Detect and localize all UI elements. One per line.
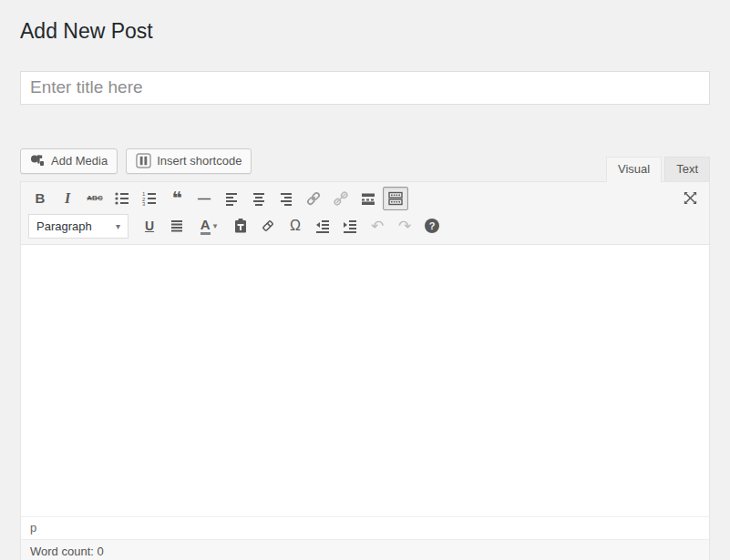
toolbar-row-2: Paragraph ▾ U A ▾ [26,212,704,240]
word-count-label: Word count: [30,545,94,558]
help-button[interactable]: ? [419,214,445,238]
redo-button[interactable]: ↷ [392,214,417,238]
bullet-list-button[interactable] [109,187,135,210]
special-character-button[interactable]: Ω [283,214,308,238]
tab-visual[interactable]: Visual [606,157,662,182]
undo-icon: ↶ [371,219,384,234]
outdent-icon [314,218,331,234]
indent-button[interactable] [337,214,363,238]
text-color-button[interactable]: A ▾ [191,214,226,238]
editor-container: B I ABC [20,181,710,560]
align-right-icon [278,190,294,207]
paragraph-format-dropdown[interactable]: Paragraph ▾ [28,214,129,239]
fullscreen-icon [683,190,698,206]
indent-icon [342,218,358,234]
chevron-down-icon: ▾ [116,221,120,231]
insert-link-button[interactable] [301,187,326,210]
align-justify-button[interactable] [164,214,190,238]
editor-top-bar: Add Media Insert shortcode Visual Text [20,148,710,181]
align-center-icon [251,190,267,207]
align-right-button[interactable] [273,187,299,210]
unlink-button[interactable] [328,187,354,210]
page-title: Add New Post [20,18,710,46]
toolbar-toggle-button[interactable] [383,187,408,210]
add-media-label: Add Media [51,154,108,168]
more-tag-icon [360,190,376,207]
redo-icon: ↷ [398,219,411,234]
editor-mode-tabs: Visual Text [606,157,710,181]
tab-text[interactable]: Text [664,157,710,181]
editor-toolbar: B I ABC [21,182,709,245]
align-left-button[interactable] [219,187,244,210]
editor-statusbar: p Word count: 0 [21,516,709,560]
media-buttons: Add Media Insert shortcode [20,148,252,181]
toolbar-toggle-icon [387,190,404,207]
editor-content-area[interactable] [21,245,709,516]
outdent-button[interactable] [310,214,335,238]
paste-as-text-icon [232,218,249,234]
clear-formatting-button[interactable] [255,214,281,238]
underline-button[interactable]: U [137,214,162,238]
chevron-down-icon: ▾ [213,221,218,230]
numbered-list-button[interactable]: 1 2 3 [137,187,162,210]
underline-icon: U [145,219,154,233]
word-count-value: 0 [97,545,103,558]
unlink-icon [333,190,349,207]
shortcode-icon [136,153,151,168]
horizontal-rule-button[interactable]: — [191,187,217,210]
toolbar-row-1: B I ABC [26,185,704,212]
element-path[interactable]: p [21,517,709,539]
add-new-post-page: Add New Post Add Media [0,0,730,560]
add-media-button[interactable]: Add Media [20,148,118,174]
link-icon [305,190,322,207]
undo-button[interactable]: ↶ [365,214,390,238]
align-left-icon [223,190,240,207]
special-character-icon: Ω [290,218,301,234]
paste-as-text-button[interactable] [228,214,253,238]
align-justify-icon [169,218,185,234]
align-center-button[interactable] [246,187,272,210]
fullscreen-button[interactable] [677,187,703,210]
word-count: Word count: 0 [21,539,709,560]
numbered-list-icon: 1 2 3 [141,190,158,207]
bold-icon: B [36,190,46,206]
more-tag-button[interactable] [355,187,381,210]
text-color-icon: A [200,218,211,236]
insert-shortcode-label: Insert shortcode [157,154,242,168]
italic-button[interactable]: I [55,187,80,210]
help-icon: ? [425,219,439,233]
insert-shortcode-button[interactable]: Insert shortcode [126,148,252,174]
horizontal-rule-icon: — [198,191,211,206]
strikethrough-icon: ABC [87,194,102,202]
paragraph-format-label: Paragraph [36,219,92,233]
blockquote-button[interactable]: ❝ [164,187,190,210]
blockquote-icon: ❝ [171,188,181,209]
bullet-list-icon [114,190,130,207]
italic-icon: I [65,190,70,207]
eraser-icon [260,218,276,234]
strikethrough-button[interactable]: ABC [82,187,108,210]
bold-button[interactable]: B [27,187,53,210]
post-title-input[interactable] [20,71,710,105]
media-icon [30,154,46,168]
svg-text:3: 3 [142,201,146,207]
